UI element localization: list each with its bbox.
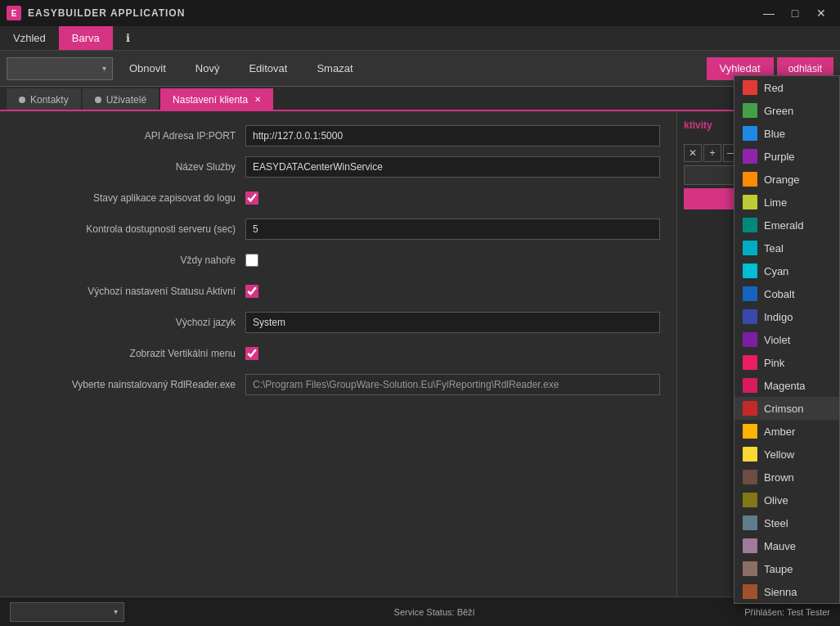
color-name-violet: Violet [764,334,790,346]
color-item-olive[interactable]: Olive [734,489,839,511]
color-swatch-yellow [743,447,757,462]
minimize-button[interactable]: — [757,4,781,22]
color-name-cobalt: Cobalt [764,288,795,300]
color-item-steel[interactable]: Steel [734,511,839,534]
color-item-amber[interactable]: Amber [734,420,839,443]
form-label: API Adresa IP:PORT [16,130,245,142]
color-name-red: Red [764,82,784,94]
main-content: API Adresa IP:PORTNázev SlužbyStavy apli… [0,111,840,597]
title-bar-controls: — □ ✕ [757,4,833,22]
form-checkbox-5[interactable] [245,285,258,298]
tab-nastaveni-klienta[interactable]: Nastavení klienta ✕ [160,88,273,110]
color-swatch-cobalt [743,286,757,301]
toolbar: ▾ Obnovit Nový Editovat Smazat Vyhledat … [0,51,840,87]
color-item-red[interactable]: Red [734,76,839,99]
form-input-0[interactable] [245,125,660,146]
color-name-lime: Lime [764,196,787,209]
color-item-emerald[interactable]: Emerald [734,214,839,236]
color-swatch-sienna [743,584,757,599]
form-row: Výchozí nastavení Statusu Aktivní [16,280,660,303]
form-checkbox-7[interactable] [245,347,258,360]
form-input-1[interactable] [245,156,660,178]
maximize-button[interactable]: □ [783,4,807,22]
right-panel-close2-button[interactable]: ✕ [684,144,702,162]
color-name-mauve: Mauve [764,540,796,552]
color-item-purple[interactable]: Purple [734,145,839,168]
tab-uzivatele[interactable]: Uživatelé [83,88,159,110]
form-row: Výchozí jazyk [16,311,660,334]
right-panel-title: ktivity [684,119,712,131]
color-item-sienna[interactable]: Sienna [734,580,839,603]
color-item-pink[interactable]: Pink [734,351,839,374]
form-input-8[interactable] [245,374,660,395]
color-item-crimson[interactable]: Crimson [734,397,839,420]
form-input-6[interactable] [245,312,660,333]
color-name-olive: Olive [764,494,788,507]
title-bar: E EASYBUILDER APPLICATION — □ ✕ [0,0,840,26]
color-item-taupe[interactable]: Taupe [734,557,839,580]
color-swatch-crimson [743,401,757,416]
bottom-bar: ▾ Service Status: Běží Přihlášen: Test T… [0,597,840,626]
color-item-orange[interactable]: Orange [734,168,839,191]
tabs-bar: Kontakty Uživatelé Nastavení klienta ✕ [0,87,840,111]
form-input-3[interactable] [245,218,660,240]
tab-kontakty[interactable]: Kontakty [7,88,81,110]
color-swatch-brown [743,470,757,484]
color-item-cyan[interactable]: Cyan [734,259,839,282]
color-item-brown[interactable]: Brown [734,466,839,489]
form-row: API Adresa IP:PORT [16,124,660,147]
bottom-dropdown[interactable] [10,602,124,622]
color-name-blue: Blue [764,128,785,140]
color-name-orange: Orange [764,173,799,186]
form-checkbox-4[interactable] [245,254,258,267]
form-row: Stavy aplikace zapisovat do logu [16,187,660,209]
color-name-amber: Amber [764,426,795,438]
toolbar-dropdown[interactable] [7,57,113,80]
color-item-lime[interactable]: Lime [734,191,839,214]
right-panel-plus-button[interactable]: + [703,144,721,162]
color-name-cyan: Cyan [764,265,788,277]
color-name-brown: Brown [764,471,794,484]
menu-item-vzhled[interactable]: Vzhled [0,26,59,50]
form-label: Stavy aplikace zapisovat do logu [16,192,245,204]
color-item-cobalt[interactable]: Cobalt [734,282,839,305]
color-dropdown[interactable]: RedGreenBluePurpleOrangeLimeEmeraldTealC… [734,75,840,604]
menu-item-barva[interactable]: Barva [59,26,113,50]
color-swatch-violet [743,332,757,347]
toolbar-dropdown-wrap: ▾ [7,57,113,80]
color-swatch-pink [743,355,757,370]
toolbar-editovat-button[interactable]: Editovat [236,57,300,80]
form-row: Vyberte nainstalovaný RdlReader.exe [16,373,660,396]
color-item-mauve[interactable]: Mauve [734,534,839,557]
color-swatch-mauve [743,538,757,553]
color-item-blue[interactable]: Blue [734,122,839,145]
color-item-indigo[interactable]: Indigo [734,305,839,328]
color-item-magenta[interactable]: Magenta [734,374,839,397]
color-name-crimson: Crimson [764,403,803,415]
toolbar-obnovit-button[interactable]: Obnovit [116,57,179,80]
color-swatch-magenta [743,378,757,393]
color-item-teal[interactable]: Teal [734,236,839,259]
tab-dot-uzivatele [95,97,101,103]
tab-close-nastaveni[interactable]: ✕ [254,95,261,104]
service-status: Service Status: Běží [394,607,475,617]
color-swatch-blue [743,126,757,141]
color-name-pink: Pink [764,357,784,369]
color-name-sienna: Sienna [764,586,797,598]
menu-item-info[interactable]: ℹ [113,26,143,50]
color-item-green[interactable]: Green [734,99,839,122]
color-item-violet[interactable]: Violet [734,328,839,351]
color-name-taupe: Taupe [764,563,793,575]
color-name-green: Green [764,105,793,117]
close-button[interactable]: ✕ [809,4,833,22]
login-status: Přihlášen: Test Tester [744,607,830,617]
color-name-yellow: Yellow [764,448,794,461]
form-row: Název Služby [16,155,660,178]
form-checkbox-2[interactable] [245,191,258,205]
color-item-yellow[interactable]: Yellow [734,443,839,466]
toolbar-smazat-button[interactable]: Smazat [303,57,366,80]
color-swatch-amber [743,424,757,439]
color-swatch-green [743,103,757,118]
form-label: Vždy nahoře [16,254,245,266]
toolbar-novy-button[interactable]: Nový [182,57,233,80]
